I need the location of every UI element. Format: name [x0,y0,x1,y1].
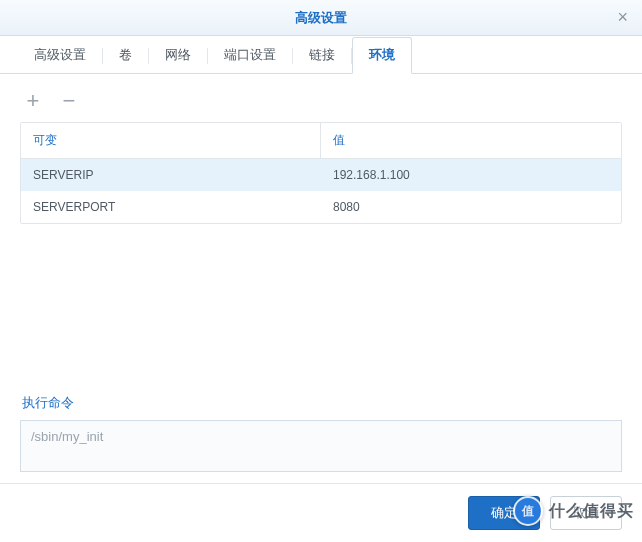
cell-variable: SERVERPORT [21,191,321,223]
tab-ports[interactable]: 端口设置 [208,38,292,73]
tab-links[interactable]: 链接 [293,38,351,73]
tab-advanced[interactable]: 高级设置 [18,38,102,73]
tab-volume[interactable]: 卷 [103,38,148,73]
command-label: 执行命令 [22,394,622,412]
tab-environment[interactable]: 环境 [352,37,412,74]
dialog-title: 高级设置 [295,9,347,27]
minus-icon: − [63,90,76,112]
cell-value: 8080 [321,191,621,223]
env-table: 可变 值 SERVERIP 192.168.1.100 SERVERPORT 8… [20,122,622,224]
dialog-footer: 确定 取消 [0,483,642,542]
cell-value: 192.168.1.100 [321,159,621,191]
header-variable[interactable]: 可变 [21,123,321,158]
command-input[interactable] [20,420,622,472]
header-value[interactable]: 值 [321,123,621,158]
cancel-button[interactable]: 取消 [550,496,622,530]
table-row[interactable]: SERVERPORT 8080 [21,191,621,223]
table-body: SERVERIP 192.168.1.100 SERVERPORT 8080 [21,159,621,223]
toolbar: + − [20,86,622,122]
content-area: + − 可变 值 SERVERIP 192.168.1.100 SERVERPO… [0,74,642,475]
remove-button[interactable]: − [58,90,80,112]
table-row[interactable]: SERVERIP 192.168.1.100 [21,159,621,191]
ok-button[interactable]: 确定 [468,496,540,530]
add-button[interactable]: + [22,90,44,112]
dialog-header: 高级设置 × [0,0,642,36]
plus-icon: + [27,90,40,112]
tab-bar: 高级设置 卷 网络 端口设置 链接 环境 [0,36,642,74]
close-icon[interactable]: × [617,8,628,26]
table-header: 可变 值 [21,123,621,159]
cell-variable: SERVERIP [21,159,321,191]
tab-network[interactable]: 网络 [149,38,207,73]
